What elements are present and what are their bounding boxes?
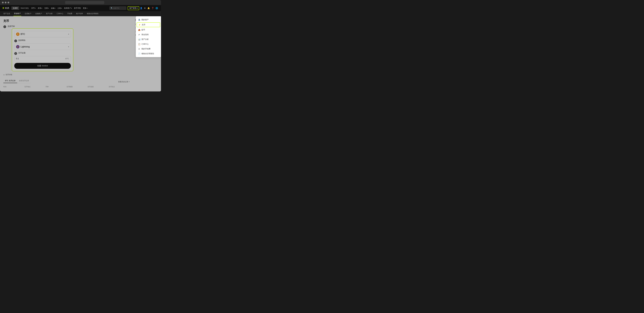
url-bar[interactable] [65,1,104,4]
col-time: 时间 [3,86,24,88]
right-dropdown-menu: 🏦 我的资产 ⚡ 充币 📤 提币 ⇄ 资金划转 📊 资产分析 📋 订单中心 ⊘ … [136,16,161,57]
maximize-button[interactable] [8,2,9,3]
asset-analysis-label: 资产分析 [142,38,149,40]
col-coin: 币种 [46,86,66,88]
menu-asset-analysis[interactable]: 📊 资产分析 [136,37,161,42]
selected-network: Lightning [20,46,30,48]
chevron-down-icon: ▾ [42,8,42,9]
amount-input[interactable] [16,58,66,60]
sub-nav: 资产总览 资金账户 交易账户 金融账户 资产分析 订单中心 手续费 账户结单 储… [0,11,161,16]
my-fees-label: 我的手续费 [142,48,150,50]
search-placeholder: 搜索币对 [113,7,120,9]
view-history-link[interactable]: 查看历史记录 > [118,81,130,83]
menu-order-center[interactable]: 📋 订单中心 [136,42,161,46]
chevron-up-icon: ∧ [3,74,4,76]
nav-finance[interactable]: 金融▾ [50,6,56,10]
download-icon-button[interactable]: ⬇ [143,7,146,10]
nav-institutional[interactable]: 机构客户▾ [63,6,73,10]
step2-circle: ✓ [14,40,17,42]
menu-withdraw[interactable]: 📤 提币 [136,28,161,32]
my-assets-icon: 🏦 [138,19,140,21]
brand-name: 欧易 [5,7,9,10]
subnav-order-center[interactable]: 订单中心 [56,11,64,16]
subnav-fees[interactable]: 手续费 [67,11,73,16]
records-section: BTC 充币记录 全部充币记录 查看历史记录 > 时间 充币地址 币种 充币数量… [3,79,130,89]
menu-reserve-proof[interactable]: 📄 储备金证明报告 [136,51,161,56]
col-status: 充币状态 [109,86,130,88]
subnav-asset-overview[interactable]: 资产总览 [3,11,11,16]
subnav-asset-analysis[interactable]: 资产分析 [45,11,53,16]
search-bar[interactable]: 🔍 搜索币对 [110,6,126,10]
my-fees-icon: ⊘ [138,48,140,50]
coin-chevron-icon: ▾ [68,33,69,35]
close-button[interactable] [2,2,4,3]
subnav-finance-account[interactable]: 金融账户 [35,11,42,16]
col-progress: 充币进度 [88,86,108,88]
search-icon: 🔍 [111,7,113,9]
col-address: 充币地址 [24,86,45,88]
notification-icon-button[interactable]: 🔔 [146,7,151,10]
nav-chain[interactable]: 公链▾ [56,6,63,10]
deposit-label: 充币 [142,24,145,26]
help-icon-button[interactable]: ❓ [151,7,155,10]
records-tabs: BTC 充币记录 全部充币记录 [3,79,31,83]
minimize-button[interactable] [5,2,6,3]
asset-management-button[interactable]: 资产管理 ▾ [128,6,139,10]
step3-inner-row: 3 充币金额 [14,52,71,55]
reserve-proof-label: 储备金证明报告 [142,52,154,55]
menu-my-fees[interactable]: ⊘ 我的手续费 [136,46,161,51]
tab-web3[interactable]: Web3 钱包 [19,6,30,10]
step1-circle: ✓ [3,25,6,28]
order-center-label: 订单中心 [142,43,149,45]
withdraw-icon: 📤 [138,29,140,31]
nav-trade[interactable]: 交易▾ [43,6,50,10]
nav-beginners[interactable]: 新手学院 [73,6,82,10]
nav-discover[interactable]: 发现▾ [37,6,43,10]
charge-details-toggle[interactable]: ∧ 充币详情 [3,74,130,76]
tab-btc-records[interactable]: BTC 充币记录 [3,79,17,83]
deposit-icon: ⚡ [138,24,140,26]
logo-x-icon: ✕ [2,6,4,10]
amount-unit-label: BTC [66,58,69,60]
subnav-reserve-proof[interactable]: 储备金证明报告 [86,11,99,16]
main-area: 充币 ✓ 选择币种 ₿ BTC ▾ [0,16,161,92]
subnav-account-statement[interactable]: 账户结单 [76,11,84,16]
lightning-network-icon: ⚡ [16,45,20,48]
records-table-header: 时间 充币地址 币种 充币数量 充币进度 充币状态 [3,85,130,89]
my-assets-label: 我的资产 [142,18,149,21]
coin-selector[interactable]: ₿ BTC ▾ [14,31,71,38]
chevron-down-icon: ▾ [61,8,62,9]
reserve-proof-icon: 📄 [138,52,140,55]
network-selector[interactable]: ⚡ Lightning ▾ [14,44,71,50]
chevron-down-icon: ▾ [48,8,49,9]
tab-exchange[interactable]: 交易所 [11,6,19,10]
menu-my-assets[interactable]: 🏦 我的资产 [136,17,161,22]
amount-input-row: BTC [14,56,71,61]
btc-coin-icon: ₿ [16,32,20,36]
records-header-row: BTC 充币记录 全部充币记录 查看历史记录 > [3,79,130,85]
user-icon-button[interactable]: 👤 [139,7,143,10]
top-nav: ✕ 欧易 交易所 Web3 钱包 买币▾ 发现▾ 交易▾ 金融▾ 公链▾ 机构客… [0,5,161,11]
step1-row: ✓ 选择币种 ₿ BTC ▾ ✓ 选择网 [3,25,130,71]
logo-area: ✕ 欧易 [2,6,9,10]
transfer-icon: ⇄ [138,34,140,36]
chevron-down-icon: ▾ [87,8,87,9]
step1-content: 选择币种 ₿ BTC ▾ ✓ 选择网络 [8,25,130,71]
network-chevron-icon: ▾ [68,46,69,48]
step1-label: 选择币种 [8,25,130,28]
menu-transfer[interactable]: ⇄ 资金划转 [136,32,161,37]
subnav-fund-account[interactable]: 资金账户 [14,11,21,16]
language-icon-button[interactable]: 🌐 [155,7,159,10]
order-center-icon: 📋 [138,43,140,45]
tab-all-records[interactable]: 全部充币记录 [17,79,31,83]
step3-circle: 3 [14,52,17,55]
step3-label: 充币金额 [18,52,26,54]
subnav-trade-account[interactable]: 交易账户 [24,11,32,16]
col-amount: 充币数量 [66,86,88,88]
withdraw-label: 提币 [142,28,145,31]
nav-buy-crypto[interactable]: 买币▾ [30,6,37,10]
chevron-down-icon: ▾ [71,8,72,9]
nav-more[interactable]: 更多▾ [82,6,88,10]
create-invoice-button[interactable]: 创建 invoice [14,63,71,69]
menu-deposit[interactable]: ⚡ 充币 [137,22,160,27]
